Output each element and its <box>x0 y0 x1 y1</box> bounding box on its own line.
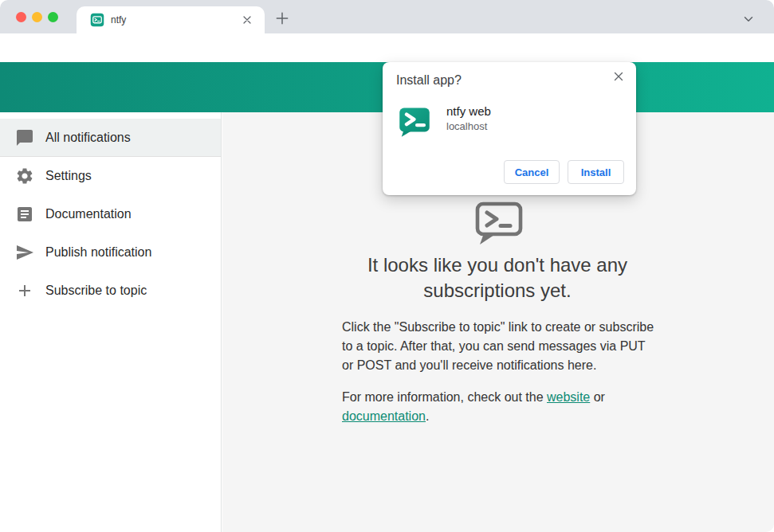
para2-mid: or <box>590 390 605 404</box>
browser-window: ntfy localhost <box>0 0 774 532</box>
dialog-app-name: ntfy web <box>446 104 491 118</box>
para2-prefix: For more information, check out the <box>342 390 547 404</box>
ntfy-logo-gray-icon <box>473 201 525 247</box>
documentation-link[interactable]: documentation <box>342 409 426 423</box>
browser-toolbar: localhost <box>0 33 774 62</box>
send-icon <box>15 243 34 262</box>
chat-icon <box>15 128 34 147</box>
new-tab-button[interactable] <box>274 10 290 26</box>
sidebar-item-label: Settings <box>45 169 92 183</box>
cancel-button[interactable]: Cancel <box>504 160 560 184</box>
tab-strip: ntfy <box>0 0 774 33</box>
dialog-app-origin: localhost <box>446 120 487 132</box>
install-app-dialog: Install app? ntfy web localhost Cancel I… <box>383 62 636 195</box>
article-icon <box>15 205 34 224</box>
gear-icon <box>15 166 34 186</box>
ntfy-app-icon <box>399 106 430 138</box>
sidebar-item-publish-notification[interactable]: Publish notification <box>0 233 221 272</box>
plus-icon <box>15 281 34 300</box>
window-close-button[interactable] <box>16 12 26 22</box>
browser-tab-ntfy[interactable]: ntfy <box>77 6 265 33</box>
sidebar-item-label: Subscribe to topic <box>45 284 147 298</box>
sidebar-item-label: Documentation <box>45 207 132 221</box>
sidebar-item-documentation[interactable]: Documentation <box>0 195 221 233</box>
sidebar-item-label: Publish notification <box>45 245 151 260</box>
empty-state-links-paragraph: For more information, check out the webs… <box>342 388 656 426</box>
sidebar: All notifications Settings Documentation… <box>0 112 222 532</box>
sidebar-item-all-notifications[interactable]: All notifications <box>0 119 221 157</box>
empty-state-body: Click the "Subscribe to topic" link to c… <box>342 318 656 426</box>
tab-close-icon[interactable] <box>241 14 253 26</box>
sidebar-item-settings[interactable]: Settings <box>0 157 221 195</box>
dialog-close-icon[interactable] <box>611 69 626 84</box>
website-link[interactable]: website <box>547 390 590 404</box>
window-zoom-button[interactable] <box>48 12 58 22</box>
window-minimize-button[interactable] <box>32 12 42 22</box>
dialog-title: Install app? <box>396 73 462 88</box>
tab-title: ntfy <box>111 14 126 25</box>
empty-state-heading: It looks like you don't have any subscri… <box>330 252 665 303</box>
sidebar-item-subscribe-to-topic[interactable]: Subscribe to topic <box>0 272 221 310</box>
para2-suffix: . <box>426 409 429 423</box>
ntfy-favicon-icon <box>90 13 104 27</box>
sidebar-item-label: All notifications <box>45 131 131 145</box>
install-button[interactable]: Install <box>568 160 624 184</box>
tab-search-chevron-icon[interactable] <box>741 12 756 26</box>
empty-state-paragraph: Click the "Subscribe to topic" link to c… <box>342 318 656 375</box>
